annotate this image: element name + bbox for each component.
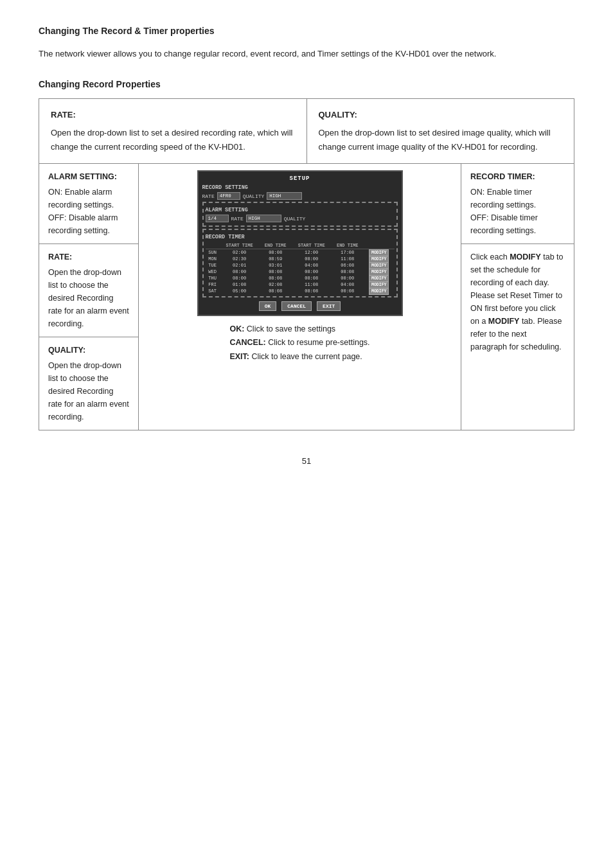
rate-alarm-label: RATE: bbox=[48, 251, 129, 263]
end1-cell: 03:01 bbox=[259, 262, 291, 269]
rate-ui-label: RATE bbox=[202, 193, 215, 199]
col-start-time2: START TIME bbox=[292, 242, 332, 249]
record-timer-box: RECORD TIMER: ON: Enable timer recording… bbox=[461, 164, 574, 244]
end2-cell: 06:08 bbox=[332, 262, 364, 269]
modify-cell[interactable]: MODIFY bbox=[364, 262, 395, 269]
day-cell: THU bbox=[206, 275, 220, 281]
exit-button-ui[interactable]: EXIT bbox=[317, 301, 341, 311]
modify-description-box: Click each MODIFY tab to set the schedul… bbox=[461, 244, 574, 360]
record-timer-on: ON: Enable timer recording settings. bbox=[470, 186, 565, 211]
day-cell: SUN bbox=[206, 249, 220, 256]
quality-alarm-box: QUALITY: Open the drop-down list to choo… bbox=[39, 337, 138, 430]
alarm-setting-ui-label: ALARM SETTING bbox=[206, 207, 395, 213]
start1-cell: 01:08 bbox=[220, 281, 260, 288]
start1-cell: 08:00 bbox=[220, 269, 260, 275]
exit-desc: EXIT: Click to leave the current page. bbox=[229, 350, 369, 364]
day-cell: FRI bbox=[206, 281, 220, 288]
day-cell: MON bbox=[206, 256, 220, 262]
timer-row: THU 08:00 08:08 08:08 00:00 MODIFY bbox=[206, 275, 395, 281]
end1-cell: 08:08 bbox=[259, 275, 291, 281]
exit-desc-text: Click to leave the current page. bbox=[251, 352, 362, 361]
ok-desc-text: Click to save the settings bbox=[247, 324, 335, 333]
day-cell: SAT bbox=[206, 288, 220, 294]
rate-dropdown[interactable]: 4FR0 bbox=[217, 192, 240, 200]
modify-text: Click each MODIFY tab to set the schedul… bbox=[470, 251, 565, 353]
timer-row: FRI 01:08 02:08 11:08 04:08 MODIFY bbox=[206, 281, 395, 288]
ok-desc: OK: Click to save the settings bbox=[229, 323, 369, 336]
quality-alarm-label: QUALITY: bbox=[48, 344, 129, 357]
quality-label: QUALITY: bbox=[319, 108, 563, 122]
cancel-desc-label: CANCEL: bbox=[229, 338, 265, 347]
quality-alarm-text: Open the drop-down list to choose the de… bbox=[48, 359, 129, 423]
alarm-dashed-box: ALARM SETTING 1/4 RATE HIGH QUALITY bbox=[202, 202, 398, 227]
modify-cell[interactable]: MODIFY bbox=[364, 256, 395, 262]
ui-screenshot-panel: SETUP RECORD SETTING RATE 4FR0 QUALITY H… bbox=[197, 170, 403, 316]
modify-cell[interactable]: MODIFY bbox=[364, 281, 395, 288]
end1-cell: 08:08 bbox=[259, 288, 291, 294]
sub-section-title: Changing Record Properties bbox=[39, 79, 574, 89]
record-timer-off: OFF: Disable timer recording settings. bbox=[470, 211, 565, 237]
quality-dropdown[interactable]: HIGH bbox=[267, 192, 302, 200]
alarm-settings-row: 1/4 RATE HIGH QUALITY bbox=[206, 215, 395, 222]
col-start-time1: START TIME bbox=[220, 242, 260, 249]
modify-cell[interactable]: MODIFY bbox=[364, 288, 395, 294]
modify-cell[interactable]: MODIFY bbox=[364, 275, 395, 281]
alarm-rate-dropdown[interactable]: 1/4 bbox=[206, 215, 229, 222]
alarm-off-text: OFF: Disable alarm recording setting. bbox=[48, 211, 129, 237]
rate-alarm-box: RATE: Open the drop-down list to choose … bbox=[39, 244, 138, 337]
timer-row: WED 08:00 08:08 08:00 08:08 MODIFY bbox=[206, 269, 395, 275]
day-cell: TUE bbox=[206, 262, 220, 269]
col-end-time1: END TIME bbox=[259, 242, 291, 249]
end2-cell: 00:08 bbox=[332, 288, 364, 294]
cancel-desc: CANCEL: Click to resume pre-settings. bbox=[229, 336, 369, 350]
start2-cell: 08:00 bbox=[292, 269, 332, 275]
ok-desc-label: OK: bbox=[229, 324, 244, 333]
record-timer-label: RECORD TIMER: bbox=[470, 170, 565, 183]
ok-button-ui[interactable]: OK bbox=[259, 301, 277, 311]
top-info-boxes: RATE: Open the drop-down list to set a d… bbox=[39, 98, 574, 164]
bottom-description: OK: Click to save the settings CANCEL: C… bbox=[223, 323, 376, 364]
col-end-time2: END TIME bbox=[332, 242, 364, 249]
record-settings-row: RATE 4FR0 QUALITY HIGH bbox=[202, 192, 398, 200]
timer-table: START TIME END TIME START TIME END TIME … bbox=[206, 242, 395, 294]
timer-row: TUE 02:01 03:01 04:08 06:08 MODIFY bbox=[206, 262, 395, 269]
col-day bbox=[206, 242, 220, 249]
start1-cell: 02:00 bbox=[220, 249, 260, 256]
start2-cell: 08:00 bbox=[292, 256, 332, 262]
modify-button[interactable]: MODIFY bbox=[369, 288, 389, 295]
record-timer-ui-label: RECORD TIMER bbox=[206, 234, 395, 240]
day-cell: WED bbox=[206, 269, 220, 275]
end2-cell: 04:08 bbox=[332, 281, 364, 288]
rate-label: RATE: bbox=[51, 108, 295, 122]
alarm-quality-dropdown[interactable]: HIGH bbox=[246, 215, 281, 222]
alarm-setting-box: ALARM SETTING: ON: Enable alarm recordin… bbox=[39, 164, 138, 244]
cancel-button-ui[interactable]: CANCEL bbox=[281, 301, 312, 311]
modify-cell[interactable]: MODIFY bbox=[364, 269, 395, 275]
cancel-desc-text: Click to resume pre-settings. bbox=[268, 338, 369, 347]
center-column: SETUP RECORD SETTING RATE 4FR0 QUALITY H… bbox=[139, 164, 461, 430]
start1-cell: 08:00 bbox=[220, 275, 260, 281]
exit-desc-label: EXIT: bbox=[229, 352, 249, 361]
right-column: RECORD TIMER: ON: Enable timer recording… bbox=[461, 164, 574, 430]
col-modify bbox=[364, 242, 395, 249]
start2-cell: 08:08 bbox=[292, 275, 332, 281]
modify-cell[interactable]: MODIFY bbox=[364, 249, 395, 256]
rate-description: Open the drop-down list to set a desired… bbox=[51, 126, 295, 154]
rate-box: RATE: Open the drop-down list to set a d… bbox=[39, 99, 307, 163]
end1-cell: 02:08 bbox=[259, 281, 291, 288]
rate-alarm-text: Open the drop-down list to choose the de… bbox=[48, 266, 129, 330]
quality-description: Open the drop-down list to set desired i… bbox=[319, 126, 563, 154]
timer-row: SAT 05:00 08:08 08:08 00:08 MODIFY bbox=[206, 288, 395, 294]
record-settings-label: RECORD SETTING bbox=[202, 184, 398, 191]
ui-button-row: OK CANCEL EXIT bbox=[202, 301, 398, 311]
end2-cell: 08:08 bbox=[332, 269, 364, 275]
start2-cell: 08:08 bbox=[292, 288, 332, 294]
page-title: Changing The Record & Timer properties bbox=[39, 26, 574, 36]
quality-ui-label: QUALITY bbox=[243, 193, 265, 199]
end2-cell: 00:00 bbox=[332, 275, 364, 281]
diagram-section: ALARM SETTING: ON: Enable alarm recordin… bbox=[39, 164, 574, 430]
page-number: 51 bbox=[39, 456, 574, 466]
end2-cell: 17:08 bbox=[332, 249, 364, 256]
end1-cell: 08:59 bbox=[259, 256, 291, 262]
alarm-setting-label: ALARM SETTING: bbox=[48, 170, 129, 183]
